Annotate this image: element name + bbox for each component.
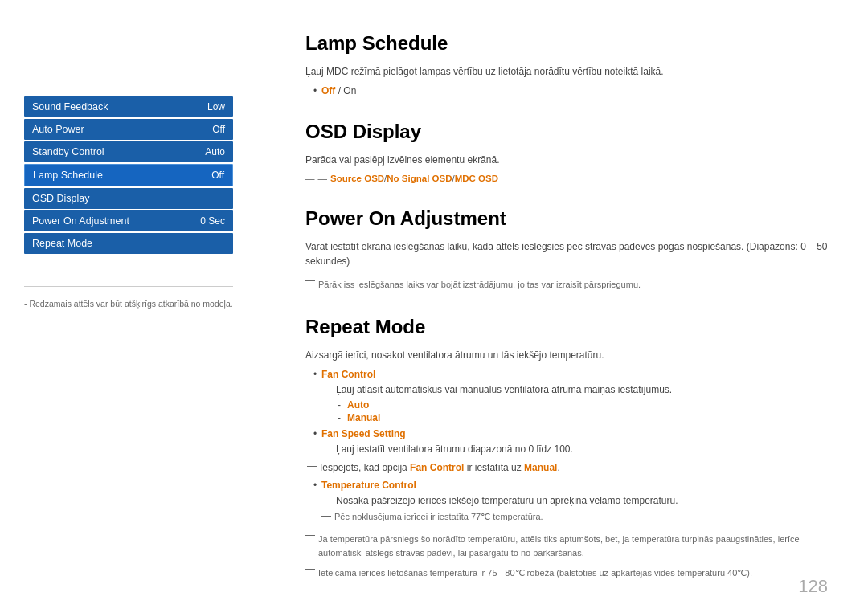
section-lamp-schedule: Lamp Schedule Ļauj MDC režīmā pielāgot l… — [305, 32, 828, 96]
fan-control-label: Fan Control — [321, 369, 375, 380]
page-number: 128 — [798, 576, 828, 597]
sidebar-label-lamp-schedule: Lamp Schedule — [33, 170, 103, 181]
sidebar: Sound Feedback Low Auto Power Off Standb… — [0, 0, 257, 613]
sidebar-label-power-on-adjustment: Power On Adjustment — [32, 215, 129, 227]
fan-control-desc: Ļauj atlasīt automātiskus vai manuālus v… — [336, 382, 828, 397]
fan-speed-label: Fan Speed Setting — [321, 428, 406, 439]
temp-control-item: Temperature Control Nosaka pašreizējo ie… — [313, 480, 828, 524]
lamp-schedule-option-on: On — [343, 85, 356, 96]
power-on-warning: Pārāk iss ieslēgšanas laiks var bojāt iz… — [318, 278, 641, 292]
sidebar-label-standby-control: Standby Control — [32, 146, 104, 157]
sidebar-label-auto-power: Auto Power — [32, 124, 84, 135]
page-container: Sound Feedback Low Auto Power Off Standb… — [0, 0, 868, 613]
sidebar-menu: Sound Feedback Low Auto Power Off Standb… — [24, 96, 233, 254]
fan-control-manual-text: Manual — [347, 412, 380, 423]
power-on-desc: Varat iestatīt ekrāna ieslēgšanas laiku,… — [305, 239, 828, 268]
fan-control-auto: Auto — [338, 399, 828, 411]
sidebar-value-standby-control: Auto — [205, 146, 225, 157]
temp-control-bullets: Temperature Control Nosaka pašreizējo ie… — [305, 480, 828, 524]
manual-note-ref: Manual — [524, 462, 557, 473]
sidebar-label-osd-display: OSD Display — [32, 193, 90, 204]
fan-control-sublist: Auto Manual — [321, 399, 828, 423]
osd-mdc: MDC OSD — [455, 174, 498, 183]
lamp-schedule-title: Lamp Schedule — [305, 32, 828, 55]
fan-speed-desc: Ļauj iestatīt ventilatora ātrumu diapazo… — [336, 442, 828, 456]
fan-control-item: Fan Control Ļauj atlasīt automātiskus va… — [313, 369, 828, 423]
sidebar-note: - Redzamais attēls var būt atšķirīgs atk… — [24, 286, 233, 309]
lamp-schedule-option: Off / On — [313, 85, 828, 96]
sidebar-label-sound-feedback: Sound Feedback — [32, 101, 108, 112]
sidebar-value-auto-power: Off — [212, 124, 225, 135]
sidebar-value-sound-feedback: Low — [207, 101, 225, 112]
repeat-mode-title: Repeat Mode — [305, 316, 828, 338]
lamp-schedule-desc: Ļauj MDC režīmā pielāgot lampas vērtību … — [305, 64, 828, 79]
temp-control-label: Temperature Control — [321, 480, 416, 491]
section-repeat-mode: Repeat Mode Aizsargā ierīci, nosakot ven… — [305, 316, 828, 580]
power-on-title: Power On Adjustment — [305, 207, 828, 230]
sidebar-item-auto-power[interactable]: Auto Power Off — [24, 119, 233, 140]
sidebar-value-power-on-adjustment: 0 Sec — [200, 215, 225, 227]
sidebar-note-text: - Redzamais attēls var būt atšķirīgs atk… — [24, 299, 233, 309]
osd-source-osd: Source OSD — [330, 174, 384, 183]
sidebar-item-sound-feedback[interactable]: Sound Feedback Low — [24, 96, 233, 117]
section-osd-display: OSD Display Parāda vai paslēpj izvēlnes … — [305, 121, 828, 183]
fan-control-manual: Manual — [338, 412, 828, 423]
sidebar-item-osd-display[interactable]: OSD Display — [24, 188, 233, 209]
osd-no-signal: No Signal OSD — [387, 174, 452, 183]
sidebar-label-repeat-mode: Repeat Mode — [32, 238, 92, 249]
repeat-mode-desc: Aizsargā ierīci, nosakot ventilatora ātr… — [305, 348, 828, 362]
repeat-warning2: Ieteicamā ierīces lietošanas temperatūra… — [318, 566, 752, 580]
sidebar-item-power-on-adjustment[interactable]: Power On Adjustment 0 Sec — [24, 210, 233, 231]
fan-speed-note: Iespējots, kad opcija Fan Control ir ies… — [320, 460, 560, 475]
repeat-warning1: Ja temperatūra pārsniegs šo norādīto tem… — [318, 533, 828, 559]
main-content: Lamp Schedule Ļauj MDC režīmā pielāgot l… — [257, 0, 868, 613]
osd-display-desc: Parāda vai paslēpj izvēlnes elementu ekr… — [305, 153, 828, 167]
sidebar-value-lamp-schedule: Off — [211, 170, 224, 181]
fan-control-note-ref: Fan Control — [410, 462, 464, 473]
repeat-mode-bullets: Fan Control Ļauj atlasīt automātiskus va… — [305, 369, 828, 456]
temp-control-note: Pēc noklusējuma ierīcei ir iestatīta 77℃… — [334, 510, 543, 524]
sidebar-item-lamp-schedule[interactable]: Lamp Schedule Off — [24, 164, 233, 186]
fan-speed-item: Fan Speed Setting Ļauj iestatīt ventilat… — [313, 428, 828, 456]
lamp-schedule-options: Off / On — [305, 85, 828, 96]
sidebar-item-standby-control[interactable]: Standby Control Auto — [24, 141, 233, 162]
osd-display-options: — Source OSD / No Signal OSD / MDC OSD — [305, 174, 828, 183]
lamp-schedule-option-off: Off — [321, 85, 335, 96]
section-power-on-adjustment: Power On Adjustment Varat iestatīt ekrān… — [305, 207, 828, 292]
fan-control-auto-text: Auto — [347, 399, 369, 411]
osd-display-title: OSD Display — [305, 121, 828, 143]
temp-control-desc: Nosaka pašreizējo ierīces iekšējo temper… — [336, 493, 828, 508]
sidebar-item-repeat-mode[interactable]: Repeat Mode — [24, 233, 233, 254]
